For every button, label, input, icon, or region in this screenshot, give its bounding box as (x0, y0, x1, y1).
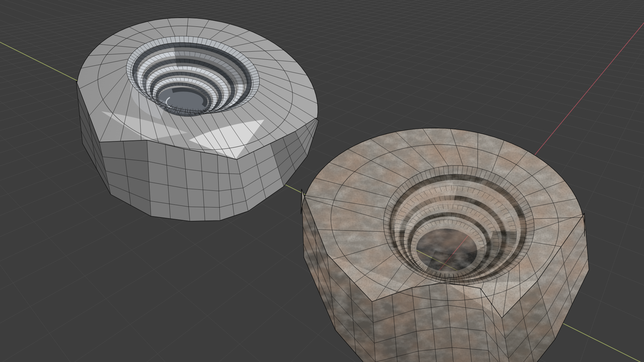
viewport-3d[interactable] (0, 0, 644, 362)
hex-nut-wireframe[interactable] (76, 14, 319, 221)
viewport-canvas[interactable] (0, 0, 644, 362)
hex-nut-textured[interactable] (281, 121, 611, 362)
